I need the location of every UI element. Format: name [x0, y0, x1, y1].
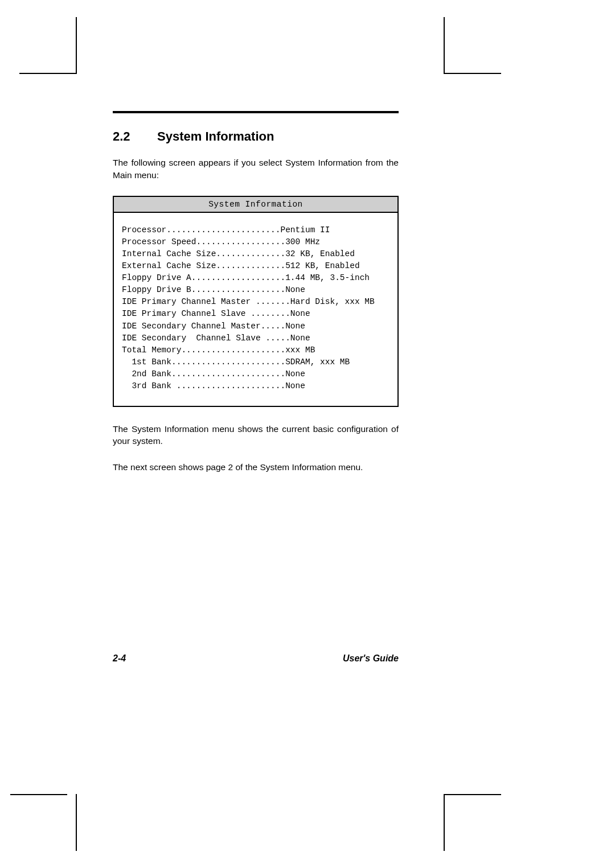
info-row: 1st Bank.......................SDRAM, xx… — [122, 356, 390, 368]
info-row: 2nd Bank.......................None — [122, 368, 390, 380]
info-row: Internal Cache Size..............32 KB, … — [122, 248, 390, 260]
info-row: IDE Secondary Channel Master.....None — [122, 320, 390, 332]
book-title: User's Guide — [343, 653, 399, 664]
info-row: 3rd Bank ......................None — [122, 380, 390, 392]
screen-body: Processor.......................Pentium … — [114, 213, 397, 405]
description-paragraph: The System Information menu shows the cu… — [113, 423, 399, 447]
crop-mark — [76, 17, 77, 74]
next-page-paragraph: The next screen shows page 2 of the Syst… — [113, 461, 399, 474]
crop-mark — [444, 794, 445, 851]
info-row: Floppy Drive A...................1.44 MB… — [122, 272, 390, 284]
page-content: 2.2System Information The following scre… — [113, 111, 399, 487]
info-row: Total Memory.....................xxx MB — [122, 344, 390, 356]
crop-mark — [444, 17, 445, 74]
heading-title: System Information — [157, 129, 274, 143]
crop-mark — [10, 794, 67, 795]
info-row: IDE Primary Channel Master .......Hard D… — [122, 296, 390, 308]
info-row: Processor.......................Pentium … — [122, 224, 390, 236]
info-row: Floppy Drive B...................None — [122, 284, 390, 296]
section-heading: 2.2System Information — [113, 129, 399, 144]
page-footer: 2-4 User's Guide — [113, 653, 399, 664]
info-row: IDE Secondary Channel Slave .....None — [122, 332, 390, 344]
system-information-screen: System Information Processor............… — [113, 196, 399, 406]
crop-mark — [444, 794, 501, 795]
heading-number: 2.2 — [113, 129, 157, 144]
info-row: Processor Speed..................300 MHz — [122, 236, 390, 248]
crop-mark — [19, 73, 76, 74]
info-row: IDE Primary Channel Slave ........None — [122, 308, 390, 320]
crop-mark — [444, 73, 501, 74]
crop-mark — [76, 794, 77, 851]
page-number: 2-4 — [113, 653, 126, 664]
info-row: External Cache Size..............512 KB,… — [122, 260, 390, 272]
screen-title: System Information — [114, 197, 397, 213]
intro-paragraph: The following screen appears if you sele… — [113, 157, 399, 181]
section-rule — [113, 111, 399, 113]
